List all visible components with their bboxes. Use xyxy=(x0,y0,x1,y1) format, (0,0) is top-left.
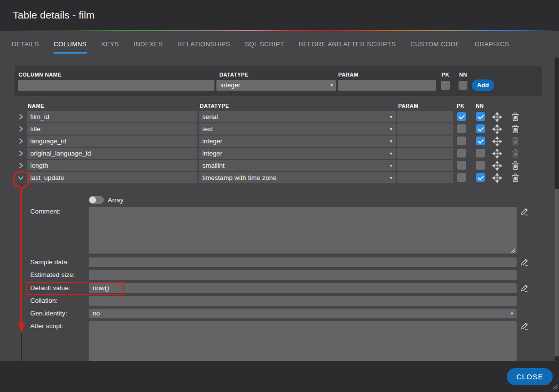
move-row-icon[interactable] xyxy=(492,173,502,183)
tab-graphics[interactable]: GRAPHICS xyxy=(475,31,509,58)
toggle-knob-icon xyxy=(89,196,96,203)
dialog-footer: CLOSE xyxy=(0,361,559,392)
header-datatype: DATATYPE xyxy=(200,103,229,109)
nn-checkbox[interactable] xyxy=(476,173,485,182)
delete-row-icon[interactable] xyxy=(511,137,521,146)
move-row-icon[interactable] xyxy=(492,161,502,171)
new-column-name-input[interactable] xyxy=(18,80,214,91)
column-param-field[interactable] xyxy=(397,160,453,171)
nn-checkbox[interactable] xyxy=(476,112,485,121)
delete-row-icon[interactable] xyxy=(511,124,521,134)
column-datatype-select[interactable]: integer▾ xyxy=(199,148,396,159)
pk-checkbox[interactable] xyxy=(457,173,466,182)
sample-data-input[interactable] xyxy=(89,257,517,267)
tab-custom-code[interactable]: CUSTOM CODE xyxy=(410,31,460,58)
move-row-icon[interactable] xyxy=(492,124,502,134)
header-nn: NN xyxy=(476,103,484,109)
column-param-field[interactable] xyxy=(397,172,453,183)
pk-checkbox[interactable] xyxy=(457,112,466,121)
tab-columns[interactable]: COLUMNS xyxy=(54,31,87,58)
pk-checkbox[interactable] xyxy=(457,161,466,170)
nn-checkbox[interactable] xyxy=(476,137,485,145)
column-param-field[interactable] xyxy=(397,136,453,147)
chevron-down-icon: ▾ xyxy=(390,151,392,156)
column-name-field[interactable]: length xyxy=(27,160,197,171)
column-param-field[interactable] xyxy=(397,123,453,135)
column-datatype-select[interactable]: serial▾ xyxy=(199,111,396,122)
nn-checkbox[interactable] xyxy=(476,124,485,133)
nn-label: NN xyxy=(459,72,467,78)
header-pk: PK xyxy=(457,103,464,109)
pk-checkbox[interactable] xyxy=(457,124,466,133)
expand-row-chevron-icon[interactable] xyxy=(17,149,25,157)
estimated-size-label: Estimated size: xyxy=(30,271,75,278)
dialog-title-bar: Table details - film xyxy=(0,0,559,30)
param-label: PARAM xyxy=(338,72,359,78)
header-name: NAME xyxy=(28,103,44,109)
array-toggle[interactable] xyxy=(89,196,104,204)
expand-row-chevron-icon[interactable] xyxy=(17,161,25,170)
comment-textarea[interactable] xyxy=(89,207,517,254)
delete-row-icon[interactable] xyxy=(511,161,521,171)
tab-keys[interactable]: KEYS xyxy=(101,31,119,58)
column-name-field[interactable]: last_update xyxy=(27,172,197,183)
new-column-nn-checkbox[interactable] xyxy=(459,81,467,90)
column-param-field[interactable] xyxy=(397,148,453,159)
chevron-down-icon: ▾ xyxy=(390,126,392,131)
pk-checkbox[interactable] xyxy=(457,137,466,145)
new-column-datatype-select[interactable]: integer▾ xyxy=(216,80,336,91)
edit-sample-data-pencil-icon[interactable] xyxy=(520,257,529,266)
edit-after-script-pencil-icon[interactable] xyxy=(520,321,529,330)
column-datatype-select[interactable]: smallint▾ xyxy=(199,160,396,171)
edit-default-value-pencil-icon[interactable] xyxy=(520,283,529,292)
column-datatype-select[interactable]: integer▾ xyxy=(199,136,396,147)
tab-details[interactable]: DETAILS xyxy=(12,31,39,58)
delete-row-icon[interactable] xyxy=(511,149,521,158)
textarea-resize-grip-icon[interactable] xyxy=(509,246,516,255)
estimated-size-input[interactable] xyxy=(89,270,517,280)
scrollbar-thumb[interactable] xyxy=(555,189,559,356)
expand-row-chevron-icon[interactable] xyxy=(17,137,25,145)
sample-data-label: Sample data: xyxy=(30,258,69,266)
collation-input[interactable] xyxy=(89,296,517,306)
add-column-form: COLUMN NAME DATATYPE PARAM PK NN integer… xyxy=(15,66,542,96)
table-row: film_idserial▾ xyxy=(0,111,559,122)
delete-row-icon[interactable] xyxy=(511,112,521,122)
new-column-param-input[interactable] xyxy=(338,80,436,91)
after-script-textarea[interactable] xyxy=(89,321,517,361)
column-param-field[interactable] xyxy=(397,111,453,122)
column-name-field[interactable]: original_language_id xyxy=(27,148,197,159)
add-column-button[interactable]: Add xyxy=(472,79,494,91)
nn-checkbox[interactable] xyxy=(476,161,485,170)
comment-label: Comment: xyxy=(30,208,60,215)
move-row-icon[interactable] xyxy=(492,112,502,122)
tab-sql-script[interactable]: SQL SCRIPT xyxy=(245,31,284,58)
new-column-pk-checkbox[interactable] xyxy=(441,81,450,90)
collapse-row-chevron-icon[interactable] xyxy=(17,174,25,182)
column-datatype-select[interactable]: timestamp with time zone▾ xyxy=(199,172,396,183)
move-row-icon[interactable] xyxy=(492,149,502,158)
column-name-field[interactable]: film_id xyxy=(27,111,197,122)
gen-identity-select[interactable]: no▾ xyxy=(89,309,517,318)
column-datatype-select[interactable]: text▾ xyxy=(199,123,396,135)
column-name-field[interactable]: language_id xyxy=(27,136,197,147)
window-resize-grip-icon[interactable] xyxy=(551,383,558,392)
move-row-icon[interactable] xyxy=(492,137,502,146)
edit-comment-pencil-icon[interactable] xyxy=(520,207,529,216)
dialog-title: Table details - film xyxy=(13,9,95,21)
tab-bar: DETAILSCOLUMNSKEYSINDEXESRELATIONSHIPSSQ… xyxy=(0,31,559,58)
pk-checkbox[interactable] xyxy=(457,149,466,157)
nn-checkbox[interactable] xyxy=(476,149,485,157)
columns-rows: film_idserial▾titletext▾language_idinteg… xyxy=(0,111,559,184)
delete-row-icon[interactable] xyxy=(511,173,521,183)
close-button[interactable]: CLOSE xyxy=(507,368,553,385)
tab-indexes[interactable]: INDEXES xyxy=(134,31,163,58)
column-name-field[interactable]: title xyxy=(27,123,197,135)
chevron-down-icon: ▾ xyxy=(390,138,392,143)
expanded-row-guide-line xyxy=(21,184,22,361)
tab-relationships[interactable]: RELATIONSHIPS xyxy=(177,31,230,58)
default-value-input[interactable]: now() xyxy=(89,283,517,293)
expand-row-chevron-icon[interactable] xyxy=(17,113,25,121)
expand-row-chevron-icon[interactable] xyxy=(17,125,25,133)
tab-before-and-after-scripts[interactable]: BEFORE AND AFTER SCRIPTS xyxy=(299,31,396,58)
